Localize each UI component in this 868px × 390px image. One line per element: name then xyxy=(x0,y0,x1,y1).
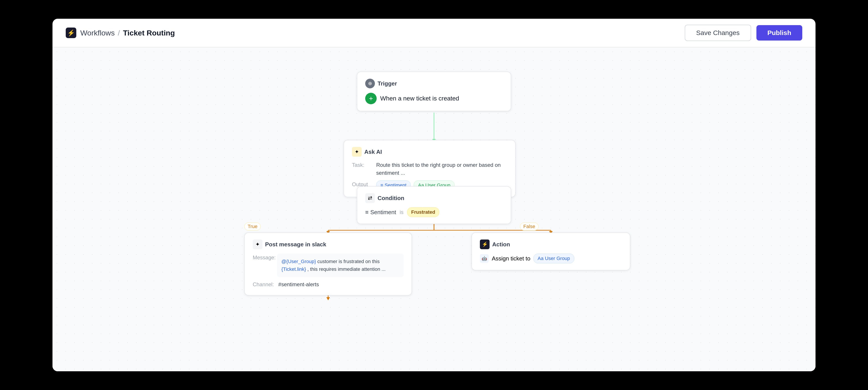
askai-node-header: ✦ Ask AI xyxy=(352,147,507,157)
trigger-plus-icon[interactable]: + xyxy=(365,93,377,104)
action-usergroup-tag[interactable]: Aa User Group xyxy=(533,254,574,263)
assign-icon: 🤖 xyxy=(480,254,489,263)
action-title: Action xyxy=(492,241,510,248)
field-icon: ≡ xyxy=(365,209,369,216)
slack-node[interactable]: ✦ Post message in slack Message: @{User_… xyxy=(244,232,412,295)
condition-field: ≡ Sentiment xyxy=(365,209,396,216)
slack-title: Post message in slack xyxy=(265,241,326,248)
condition-title: Condition xyxy=(377,195,404,202)
message-box: @{User_Group} customer is frustrated on … xyxy=(277,254,404,277)
user-group-var: @{User_Group} xyxy=(281,259,316,264)
action-assign-row: 🤖 Assign ticket to Aa User Group xyxy=(480,254,622,263)
channel-label: Channel: xyxy=(253,281,274,288)
false-label: False xyxy=(520,223,538,230)
trigger-node[interactable]: ⊕ Trigger + When a new ticket is created xyxy=(357,72,511,111)
breadcrumb: Workflows / Ticket Routing xyxy=(80,29,175,37)
askai-task-row: Task: Route this ticket to the right gro… xyxy=(352,161,507,177)
action-node-header: ⚡ Action xyxy=(480,239,622,249)
slack-icon: ✦ xyxy=(253,239,262,249)
askai-icon: ✦ xyxy=(352,147,362,157)
breadcrumb-current: Ticket Routing xyxy=(123,29,175,37)
askai-title: Ask AI xyxy=(364,149,382,155)
condition-node-header: ⇄ Condition xyxy=(365,193,503,203)
publish-button[interactable]: Publish xyxy=(756,25,802,40)
true-label: True xyxy=(244,223,261,230)
app-window: ⚡ Workflows / Ticket Routing Save Change… xyxy=(53,19,815,371)
trigger-icon: ⊕ xyxy=(365,79,375,88)
slack-node-header: ✦ Post message in slack xyxy=(253,239,404,249)
svg-marker-13 xyxy=(327,297,330,300)
msg-text1: customer is frustrated on this xyxy=(317,259,379,264)
trigger-node-body: + When a new ticket is created xyxy=(365,93,503,104)
message-label: Message: xyxy=(253,254,273,261)
task-value: Route this ticket to the right group or … xyxy=(376,161,507,177)
action-node[interactable]: ⚡ Action 🤖 Assign ticket to Aa User Grou… xyxy=(471,232,630,270)
condition-icon: ⇄ xyxy=(365,193,375,203)
bolt-icon: ⚡ xyxy=(66,28,76,38)
trigger-title: Trigger xyxy=(377,80,397,87)
header-left: ⚡ Workflows / Ticket Routing xyxy=(66,28,175,38)
condition-node[interactable]: ⇄ Condition ≡ Sentiment is Frustrated xyxy=(357,186,511,224)
trigger-label: When a new ticket is created xyxy=(380,95,459,102)
field-name: Sentiment xyxy=(370,209,396,216)
breadcrumb-sep: / xyxy=(118,29,120,37)
channel-value: #sentiment-alerts xyxy=(278,281,404,288)
header-right: Save Changes Publish xyxy=(685,25,802,41)
condition-row: ≡ Sentiment is Frustrated xyxy=(365,207,503,217)
workflow-canvas: True False ⊕ Trigger + When a new ticket… xyxy=(53,47,815,371)
slack-message-row: Message: @{User_Group} customer is frust… xyxy=(253,254,404,277)
frustrated-tag[interactable]: Frustrated xyxy=(407,207,439,217)
assign-text: Assign ticket to xyxy=(492,255,530,262)
condition-is: is xyxy=(400,209,403,215)
task-label: Task: xyxy=(352,161,372,168)
slack-channel-row: Channel: #sentiment-alerts xyxy=(253,281,404,288)
header: ⚡ Workflows / Ticket Routing Save Change… xyxy=(53,19,815,47)
save-changes-button[interactable]: Save Changes xyxy=(685,25,751,41)
ticket-link-var: {Ticket.link} xyxy=(281,266,306,272)
msg-text2: , this requires immediate attention ... xyxy=(307,266,386,272)
action-icon: ⚡ xyxy=(480,239,490,249)
trigger-node-header: ⊕ Trigger xyxy=(365,79,503,88)
breadcrumb-parent[interactable]: Workflows xyxy=(80,29,115,37)
